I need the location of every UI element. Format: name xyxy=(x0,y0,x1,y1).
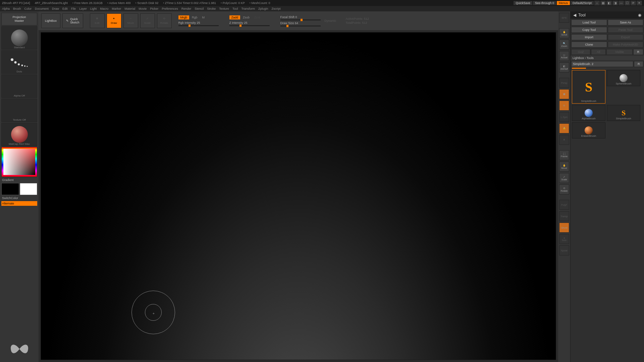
close-icon[interactable]: ✕ xyxy=(637,1,642,5)
menu-draw[interactable]: Draw xyxy=(52,7,59,10)
zcut-toggle[interactable]: Zcut xyxy=(252,15,262,19)
maximize-icon[interactable]: ☐ xyxy=(625,1,630,5)
primary-color-swatch[interactable] xyxy=(20,183,38,195)
gradient-toggle[interactable]: Gradient xyxy=(1,178,37,182)
tool-simplebrush-2[interactable]: S SimpleBrush xyxy=(607,105,640,121)
menus-toggle[interactable]: Menus xyxy=(557,1,570,5)
goz-button[interactable]: GoZ xyxy=(571,49,590,55)
stroke-thumb[interactable]: Dots xyxy=(1,50,37,74)
refresh-icon[interactable]: ⟳ xyxy=(631,1,636,5)
tool-r-button[interactable]: R xyxy=(634,61,643,67)
dock-right-icon[interactable]: ◨ xyxy=(612,1,618,5)
frame-button[interactable]: ⛶Frame xyxy=(559,150,569,160)
projection-master-button[interactable]: Projection Master xyxy=(1,13,37,25)
cam-scale-button[interactable]: ⤢Scale xyxy=(559,173,569,183)
menu-movie[interactable]: Movie xyxy=(139,7,147,10)
tool-spherebrush[interactable]: SphereBrush xyxy=(607,70,640,86)
lightbox-tools-header[interactable]: Lightbox › Tools xyxy=(571,56,644,60)
current-tool-name[interactable]: SimpleBrush. 2 xyxy=(571,61,633,67)
make-polymesh-button[interactable]: Make PolyMesh3D xyxy=(608,42,644,48)
xpose-button[interactable]: Xpose xyxy=(559,245,569,255)
menu-render[interactable]: Render xyxy=(181,7,192,10)
alternate-button[interactable]: Alternate xyxy=(1,201,37,206)
quicksave-button[interactable]: QuickSave xyxy=(514,1,532,5)
persp-button[interactable]: Persp xyxy=(559,78,569,88)
document-canvas[interactable]: + xyxy=(41,32,556,360)
seethrough-slider[interactable]: See-through 0 xyxy=(533,1,556,5)
switchcolor-button[interactable]: SwitchColor xyxy=(1,196,37,200)
floor-button[interactable]: ▦ xyxy=(559,89,569,99)
menu-tool[interactable]: Tool xyxy=(232,7,238,10)
ghost-button[interactable]: Ghost xyxy=(559,223,569,233)
goz-all-button[interactable]: All xyxy=(591,49,606,55)
menu-macro[interactable]: Macro xyxy=(100,7,108,10)
dock-left-icon[interactable]: ◧ xyxy=(606,1,612,5)
transp-button[interactable]: Transp xyxy=(559,211,569,221)
zsub-toggle[interactable]: Zsub xyxy=(241,15,252,19)
export-button[interactable]: Export xyxy=(608,34,644,40)
rotate-mode-button[interactable]: ⟲Rotate xyxy=(157,13,172,28)
goz-visible-button[interactable]: Visible xyxy=(606,49,633,55)
scale-mode-button[interactable]: ⤢Scale xyxy=(140,13,155,28)
zadd-toggle[interactable]: Zadd xyxy=(229,15,240,19)
menu-color[interactable]: Color xyxy=(24,7,32,10)
material-thumb[interactable]: MatCap Red Wax xyxy=(1,123,37,146)
load-tool-button[interactable]: Load Tool xyxy=(571,19,607,25)
import-button[interactable]: Import xyxy=(571,34,607,40)
menu-document[interactable]: Document xyxy=(35,7,49,10)
menu-brush[interactable]: Brush xyxy=(13,7,21,10)
dynamic-toggle[interactable]: Dynamic xyxy=(325,19,336,22)
tool-alphabrush[interactable]: AlphaBrush xyxy=(572,105,605,121)
zoom-button[interactable]: 🔍Zoom xyxy=(559,40,569,50)
solo-button[interactable]: ●Solo xyxy=(559,234,569,244)
lock-camera-button[interactable]: 🔒 xyxy=(559,123,569,133)
tool-eraserbrush[interactable]: EraserBrush xyxy=(572,122,605,138)
local-button[interactable]: ⊙ xyxy=(559,101,569,111)
default-script[interactable]: DefaultZScript xyxy=(571,1,594,5)
tool-simplebrush-active[interactable]: S SimpleBrush xyxy=(572,70,605,104)
menu-transform[interactable]: Transform xyxy=(241,7,255,10)
menu-alpha[interactable]: Alpha xyxy=(2,7,10,10)
copy-tool-button[interactable]: Copy Tool xyxy=(571,27,607,33)
save-as-button[interactable]: Save As xyxy=(608,19,644,25)
menu-picker[interactable]: Picker xyxy=(150,7,158,10)
m-toggle[interactable]: M xyxy=(200,15,207,19)
menu-file[interactable]: File xyxy=(71,7,76,10)
cam-rotate-button[interactable]: ⟲Rotate xyxy=(559,184,569,194)
alpha-thumb[interactable]: Alpha Off xyxy=(1,74,37,98)
clone-button[interactable]: Clone xyxy=(571,42,607,48)
quicksketch-button[interactable]: ✎ Quick Sketch xyxy=(62,13,83,28)
menu-zscript[interactable]: Zscript xyxy=(272,7,281,10)
draw-mode-button[interactable]: ✦Draw xyxy=(107,13,121,28)
minimize-icon[interactable]: — xyxy=(619,1,624,5)
rgb-intensity-slider[interactable] xyxy=(178,25,219,26)
menu-material[interactable]: Material xyxy=(124,7,135,10)
rgb-toggle[interactable]: Rgb xyxy=(190,15,200,19)
goz-r-button[interactable]: R xyxy=(633,49,643,55)
xyz-button[interactable]: ⊕ xyxy=(559,135,569,145)
z-intensity-slider[interactable] xyxy=(229,25,270,26)
tool-panel-header[interactable]: ◀ Tool ◉ xyxy=(571,11,644,19)
home-icon[interactable]: ⌂ xyxy=(594,1,600,5)
menu-stroke[interactable]: Stroke xyxy=(207,7,216,10)
aahalf-button[interactable]: ◧AAHalf xyxy=(559,62,569,72)
actual-button[interactable]: ◻Actual xyxy=(559,51,569,61)
menu-preferences[interactable]: Preferences xyxy=(162,7,178,10)
grid-icon[interactable]: ▦ xyxy=(600,1,606,5)
menu-texture[interactable]: Texture xyxy=(219,7,229,10)
paste-tool-button[interactable]: Paste Tool xyxy=(608,27,644,33)
scroll-button[interactable]: ✋Scroll xyxy=(559,28,569,38)
cam-move-button[interactable]: ✋Move xyxy=(559,162,569,172)
draw-size-slider[interactable] xyxy=(280,25,321,26)
secondary-color-swatch[interactable] xyxy=(1,183,19,195)
color-picker[interactable] xyxy=(1,147,37,177)
menu-zplugin[interactable]: Zplugin xyxy=(258,7,268,10)
menu-layer[interactable]: Layer xyxy=(79,7,87,10)
bpr-button[interactable]: BPR xyxy=(559,13,569,23)
menu-edit[interactable]: Edit xyxy=(62,7,68,10)
lightbox-button[interactable]: LightBox xyxy=(41,13,60,28)
panel-close-icon[interactable]: ◉ xyxy=(638,13,641,17)
focal-shift-slider[interactable] xyxy=(280,19,321,20)
brush-thumb[interactable]: Standard xyxy=(1,26,37,50)
edit-mode-button[interactable]: ✥Edit xyxy=(90,13,105,28)
